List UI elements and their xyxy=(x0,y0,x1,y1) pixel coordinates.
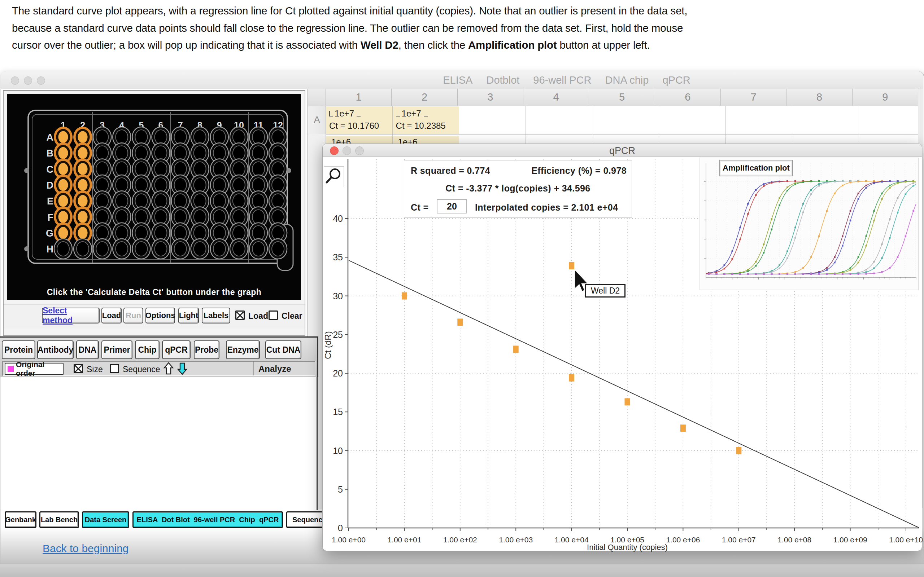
nav-button-genbank[interactable]: Genbank xyxy=(5,511,36,528)
data-point-1e3[interactable] xyxy=(513,346,519,353)
toolbar-button-select-method[interactable]: Select method xyxy=(42,308,100,324)
zoom-tool-button[interactable] xyxy=(324,166,344,187)
analyze-label[interactable]: Analyze xyxy=(258,364,298,374)
well-h8[interactable] xyxy=(191,239,209,259)
interpolated-copies-value: Interpolated copies = 2.101 e+04 xyxy=(475,202,618,213)
tool-button-primer[interactable]: Primer xyxy=(102,340,132,359)
well-tooltip: Well D2 xyxy=(585,284,625,298)
well-h1[interactable] xyxy=(54,239,72,259)
sort-down-arrow-icon[interactable] xyxy=(177,362,188,375)
tool-button-cut-dna[interactable]: Cut DNA xyxy=(265,340,301,359)
tab-96-well-pcr[interactable]: 96-well PCR xyxy=(533,74,591,86)
main-window-tabs: ELISADotblot96-well PCRDNA chipqPCR xyxy=(0,74,924,86)
sheet-row-label-a: A xyxy=(307,106,326,134)
well-h12[interactable] xyxy=(269,239,287,259)
sheet-column-5[interactable]: 5 xyxy=(589,89,655,106)
well-h11[interactable] xyxy=(249,239,267,259)
efficiency-value: Efficiency (%) = 0.978 xyxy=(531,166,627,176)
x-axis-title: Initial Quantity (copies) xyxy=(555,543,699,552)
well-h2[interactable] xyxy=(74,239,92,259)
screen: The standard curve plot appears, with a … xyxy=(0,0,924,577)
size-checkbox-label: Size xyxy=(87,364,103,374)
plate-row-label-b: B xyxy=(47,148,54,159)
amplification-plot-button[interactable]: Amplification plot xyxy=(719,160,793,176)
toolbar-button-light[interactable]: Light xyxy=(178,308,199,324)
sequence-checkbox[interactable] xyxy=(110,364,119,373)
bottom-strip xyxy=(0,564,924,577)
sparkline-mark-icon xyxy=(329,111,333,116)
sheet-column-6[interactable]: 6 xyxy=(655,89,721,106)
amplification-plot-thumbnail xyxy=(699,158,919,290)
tool-button-dna[interactable]: DNA xyxy=(76,340,99,359)
size-checkbox[interactable] xyxy=(74,364,83,373)
r-squared-value: R squared = 0.774 xyxy=(411,166,490,176)
tool-button-probe[interactable]: Probe xyxy=(194,340,220,359)
cell-a1[interactable]: 1e+7 Ct = 10.1760 xyxy=(326,106,393,134)
sheet-column-7[interactable]: 7 xyxy=(721,89,787,106)
data-point-1e5[interactable] xyxy=(625,398,630,405)
x-tick-label: 1.00 e+08 xyxy=(777,535,811,544)
instruction-text: The standard curve plot appears, with a … xyxy=(12,2,893,54)
y-tick-label: 40 xyxy=(333,213,343,224)
data-point-1e4[interactable] xyxy=(569,374,574,382)
instruction-line-3: cursor over the outlier; a box will pop … xyxy=(12,36,893,54)
nav-button-lab-bench[interactable]: Lab Bench xyxy=(39,511,79,528)
tab-dna-chip[interactable]: DNA chip xyxy=(605,74,649,86)
sheet-column-1[interactable]: 1 xyxy=(326,89,392,106)
sheet-column-9[interactable]: 9 xyxy=(853,89,918,106)
tool-button-protein[interactable]: Protein xyxy=(2,340,36,359)
sheet-column-8[interactable]: 8 xyxy=(787,89,852,106)
load-checkbox[interactable] xyxy=(235,311,245,320)
sort-up-arrow-icon[interactable] xyxy=(163,362,174,375)
well-h6[interactable] xyxy=(152,239,170,259)
well-h4[interactable] xyxy=(113,239,131,259)
back-to-beginning-link[interactable]: Back to beginning xyxy=(43,542,129,554)
sheet-column-3[interactable]: 3 xyxy=(458,89,523,106)
nav-button-data-screen[interactable]: Data Screen xyxy=(82,511,129,528)
clear-checkbox-label: Clear xyxy=(281,311,302,321)
divider xyxy=(254,362,254,376)
sheet-column-4[interactable]: 4 xyxy=(523,89,589,106)
cell-a2[interactable]: 1e+7 Ct = 10.2385 xyxy=(393,106,459,134)
tab-dotblot[interactable]: Dotblot xyxy=(486,74,519,86)
plate-row-label-h: H xyxy=(47,244,54,255)
well-h5[interactable] xyxy=(132,239,150,259)
data-point-1e2[interactable] xyxy=(457,318,463,326)
y-tick-label: 30 xyxy=(333,291,343,301)
plate-row-label-d: D xyxy=(47,180,54,191)
well-h10[interactable] xyxy=(230,239,248,259)
data-point-1e7[interactable] xyxy=(736,447,741,455)
tool-button-qpcr[interactable]: qPCR xyxy=(162,340,191,359)
toolbar-button-options[interactable]: Options xyxy=(145,308,175,324)
toolbar-button-load[interactable]: Load xyxy=(102,308,122,324)
ct-input[interactable] xyxy=(437,199,467,213)
data-point-1e1[interactable] xyxy=(402,292,407,300)
ct-input-label: Ct = xyxy=(411,202,429,213)
magnifier-icon xyxy=(324,167,344,187)
tool-button-antibody[interactable]: Antibody xyxy=(37,340,74,359)
toolbar-button-labels[interactable]: Labels xyxy=(202,308,230,324)
tool-button-chip[interactable]: Chip xyxy=(135,340,160,359)
y-tick-label: 25 xyxy=(333,330,343,340)
x-tick-label: 1.00 e+00 xyxy=(332,535,366,544)
clear-checkbox[interactable] xyxy=(268,311,278,320)
tool-button-enzyme[interactable]: Enzyme xyxy=(226,340,260,359)
outlier-point-well-d2[interactable] xyxy=(569,262,574,269)
original-order-button[interactable]: Original order xyxy=(5,363,63,375)
load-checkbox-label: Load xyxy=(248,311,268,321)
regression-stats-box: R squared = 0.774 Efficiency (%) = 0.978… xyxy=(404,160,632,218)
nav-button-elisa-dot-blot-96-well-pcr-chip-qpcr[interactable]: ELISA Dot Blot 96-well PCR Chip qPCR xyxy=(132,511,283,528)
tab-qpcr[interactable]: qPCR xyxy=(662,74,690,86)
data-point-1e6[interactable] xyxy=(680,424,686,432)
x-tick-label: 1.00 e+07 xyxy=(722,535,756,544)
toolbar-button-run[interactable]: Run xyxy=(123,308,143,324)
tab-elisa[interactable]: ELISA xyxy=(443,74,472,86)
sheet-column-2[interactable]: 2 xyxy=(392,89,457,106)
well-h7[interactable] xyxy=(171,239,189,259)
sequence-checkbox-label: Sequence xyxy=(123,364,160,374)
qpcr-window-title: qPCR xyxy=(323,145,922,156)
sequence-list-area xyxy=(1,377,318,510)
y-axis-title: Ct (dR) xyxy=(323,325,333,365)
well-h3[interactable] xyxy=(93,239,111,259)
well-h9[interactable] xyxy=(210,239,228,259)
